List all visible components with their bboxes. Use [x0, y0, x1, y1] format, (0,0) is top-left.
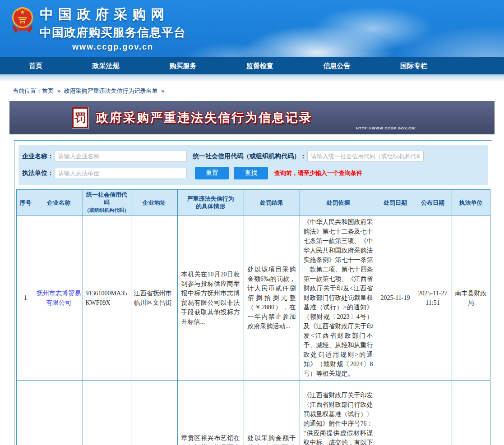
table-row: 1 抚州市志博贸易有限公司 91361000MA35KWF09X 江西省抚州市临…: [16, 216, 490, 381]
site-subtitle: 中国政府购买服务信息平台: [40, 25, 186, 41]
col-header-credit-code: 统一社会信用代码（或组织机构代码）: [83, 190, 131, 216]
breadcrumb-prefix: 当前位置：: [13, 87, 42, 94]
enforcement-unit-label: 执法单位：: [22, 169, 54, 177]
cell-penalty-result: 处以该项目采购金额6‰的罚款，计人民币贰仟捌佰捌拾捌元整（￥2880），在一年内…: [244, 216, 300, 381]
site-brand: 中国政府采购网 中国政府购买服务信息平台 www.ccgp.gov.cn: [40, 5, 186, 52]
find-button[interactable]: 查找: [234, 167, 268, 179]
col-header-seq: 序号: [16, 190, 35, 216]
cell-penalty-date: 2025-11-20: [377, 381, 414, 445]
col-header-penalty-date-label: 处罚日期: [384, 199, 407, 206]
cell-penalty-basis: 《江西省财政厅关于印发〈江西省财政部门行政处罚裁量权基准（试行）〉的通知》附件中…: [300, 381, 377, 445]
search-warning: 查询前，请至少输入一个查询条件: [274, 169, 362, 177]
nav-item-announcements[interactable]: 信息公告: [323, 62, 350, 70]
records-table: 序号 企业名称 统一社会信用代码（或组织机构代码） 企业地址 严重违法失信行为的…: [16, 189, 490, 445]
nav-item-purchase-service[interactable]: 购买服务: [169, 62, 196, 70]
cell-seq: 1: [16, 216, 35, 381]
col-header-company-label: 企业名称: [47, 199, 70, 206]
col-header-seq-label: 序号: [20, 199, 32, 206]
reset-button[interactable]: 重置: [195, 167, 229, 179]
table-row: 2 章贡区裕兴布艺馆 92360702MA36YE6Q22 江西省赣州市章贡区红…: [16, 381, 490, 445]
col-header-behavior-line1: 严重违法失信行为: [187, 195, 234, 202]
site-title: 中国政府采购网: [40, 5, 186, 24]
cell-address: 江西省赣州市章贡区红旗大道20号19#: [131, 381, 177, 445]
table-header-row: 序号 企业名称 统一社会信用代码（或组织机构代码） 企业地址 严重违法失信行为的…: [16, 190, 490, 216]
breadcrumb-current-link[interactable]: 政府采购严重违法失信行为记录名单: [64, 87, 157, 94]
credit-code-input[interactable]: [307, 151, 424, 162]
cell-company: 抚州市志博贸易有限公司: [35, 216, 83, 381]
main-nav: 首页 政采法规 购买服务 监督检查 信息公告 国际专栏: [0, 57, 504, 74]
col-header-publish-date: 公布日期: [414, 190, 452, 216]
col-header-behavior: 严重违法失信行为的具体情形: [177, 190, 244, 216]
nav-item-international[interactable]: 国际专栏: [400, 62, 427, 70]
company-link[interactable]: 抚州市志博贸易有限公司: [37, 290, 81, 306]
cell-publish-date: 2025-11-27 10:32: [414, 381, 452, 445]
breadcrumb-home-link[interactable]: 首页: [42, 87, 54, 94]
cell-seq: 2: [16, 381, 35, 445]
nav-item-regulations[interactable]: 政采法规: [92, 62, 120, 70]
breadcrumb: 当前位置：首页 » 政府采购严重违法失信行为记录名单 »: [0, 82, 504, 99]
site-header: 中国政府采购网 中国政府购买服务信息平台 www.ccgp.gov.cn: [0, 0, 504, 57]
col-header-enforcement: 执法单位: [452, 190, 490, 216]
nav-shadow: [0, 74, 504, 82]
col-header-penalty-basis: 处罚依据: [300, 190, 377, 216]
company-name-label: 企业名称：: [22, 152, 54, 161]
cell-enforcement: 赣州市赣县区财政局: [452, 381, 490, 445]
enforcement-unit-input[interactable]: [55, 168, 187, 179]
page-title: 政府采购严重违法失信行为信息记录: [96, 110, 313, 126]
cell-penalty-basis: 《中华人民共和国政府采购法》第七十二条及七十七条第一款第三项、《中华人民共和国政…: [300, 216, 377, 381]
seal-character: 罚: [75, 110, 86, 125]
col-header-credit-line2: （或组织机构代码）: [84, 207, 129, 213]
col-header-address-label: 企业地址: [143, 199, 166, 206]
col-header-enforcement-label: 执法单位: [459, 199, 483, 206]
cell-credit-code: 91361000MA35KWF09X: [83, 216, 131, 381]
cell-credit-code: 92360702MA36YE6Q22: [83, 381, 131, 445]
nav-item-home[interactable]: 首页: [29, 62, 42, 70]
cell-behavior: 章贡区裕兴布艺馆在参与赣州市赣县区人民医院窗帘采购项目（项目编号：JXXY202…: [177, 381, 244, 445]
cell-publish-date: 2025-11-27 11:51: [414, 216, 452, 381]
page-banner: 罚 政府采购严重违法失信行为信息记录 HTTP://WWW.CCGP.GOV.C…: [9, 101, 495, 134]
company-name-input[interactable]: [55, 151, 187, 162]
national-emblem-logo[interactable]: [12, 7, 33, 37]
nav-item-supervision[interactable]: 监督检查: [246, 62, 273, 70]
col-header-penalty-result-label: 处罚结果: [260, 199, 283, 206]
cell-penalty-result: 处以采购金额千分之六的罚款10129.26元(采购项目预算金额1688210元×…: [244, 381, 300, 445]
seal-icon: 罚: [72, 107, 88, 128]
site-url: www.ccgp.gov.cn: [40, 42, 186, 52]
col-header-address: 企业地址: [131, 190, 177, 216]
col-header-company: 企业名称: [35, 190, 83, 216]
cell-behavior: 本机关在10月20日收到参与投标供应商举报中标方抚州市志博贸易有限公司以非法手段…: [177, 216, 244, 381]
cell-company: 章贡区裕兴布艺馆: [35, 381, 83, 445]
breadcrumb-trailing-separator: »: [161, 87, 164, 94]
banner-url: HTTP://WWW.CCGP.GOV.CN/: [356, 126, 416, 130]
cell-address: 江西省抚州市临川区文昌街: [131, 216, 177, 381]
col-header-publish-date-label: 公布日期: [421, 199, 444, 206]
col-header-penalty-basis-label: 处罚依据: [327, 199, 350, 206]
col-header-penalty-date: 处罚日期: [377, 190, 414, 216]
search-panel: 企业名称： 统一社会信用代码（或组织机构代码）： 执法单位： 重置 查找 查询前…: [18, 145, 488, 185]
credit-code-label: 统一社会信用代码（或组织机构代码）：: [193, 152, 306, 161]
breadcrumb-separator: »: [57, 87, 60, 94]
cell-enforcement: 南丰县财政局: [452, 216, 490, 381]
cell-penalty-date: 2025-11-19: [377, 216, 414, 381]
col-header-credit-line1: 统一社会信用代码: [86, 191, 127, 206]
content-panel: 企业名称： 统一社会信用代码（或组织机构代码）： 执法单位： 重置 查找 查询前…: [14, 140, 492, 445]
col-header-penalty-result: 处罚结果: [244, 190, 300, 216]
col-header-behavior-line2: 的具体情形: [196, 203, 225, 210]
